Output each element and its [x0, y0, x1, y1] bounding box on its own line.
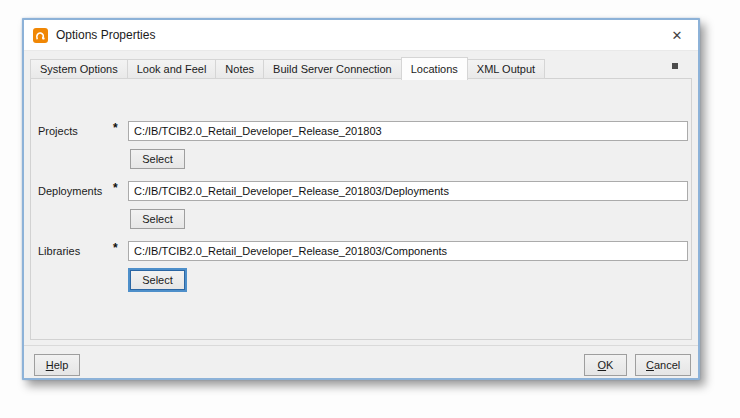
options-properties-dialog: Options Properties ✕ System Options Look…: [22, 18, 700, 380]
projects-row: Projects * Select: [31, 121, 691, 173]
deployments-path-input[interactable]: [128, 181, 688, 201]
tab-xml-output[interactable]: XML Output: [467, 59, 545, 79]
title-bar: Options Properties ✕: [24, 20, 698, 51]
close-icon[interactable]: ✕: [656, 20, 698, 51]
required-marker: *: [113, 241, 118, 255]
deployments-row: Deployments * Select: [31, 181, 691, 233]
libraries-select-button[interactable]: Select: [130, 270, 185, 290]
projects-select-button[interactable]: Select: [130, 149, 185, 169]
help-button[interactable]: Help: [34, 354, 80, 376]
required-marker: *: [113, 121, 118, 135]
libraries-label: Libraries: [38, 245, 80, 257]
projects-path-input[interactable]: [128, 121, 688, 141]
libraries-row: Libraries * Select: [31, 241, 691, 293]
required-marker: *: [113, 181, 118, 195]
tab-menu-icon[interactable]: [665, 59, 685, 73]
projects-label: Projects: [38, 125, 78, 137]
tab-system-options[interactable]: System Options: [30, 59, 128, 79]
window-title: Options Properties: [56, 28, 155, 42]
ok-button[interactable]: OK: [584, 354, 627, 376]
app-logo-icon: [33, 28, 48, 43]
tab-locations[interactable]: Locations: [401, 57, 468, 80]
footer-divider: [24, 345, 698, 346]
tab-strip: System Options Look and Feel Notes Build…: [30, 56, 692, 79]
deployments-label: Deployments: [38, 185, 102, 197]
deployments-select-button[interactable]: Select: [130, 209, 185, 229]
tab-notes[interactable]: Notes: [215, 59, 264, 79]
locations-panel: Projects * Select Deployments * Select L…: [30, 78, 692, 340]
cancel-button[interactable]: Cancel: [635, 354, 691, 376]
tab-build-server-connection[interactable]: Build Server Connection: [263, 59, 402, 79]
libraries-path-input[interactable]: [128, 241, 688, 261]
tab-look-and-feel[interactable]: Look and Feel: [127, 59, 217, 79]
